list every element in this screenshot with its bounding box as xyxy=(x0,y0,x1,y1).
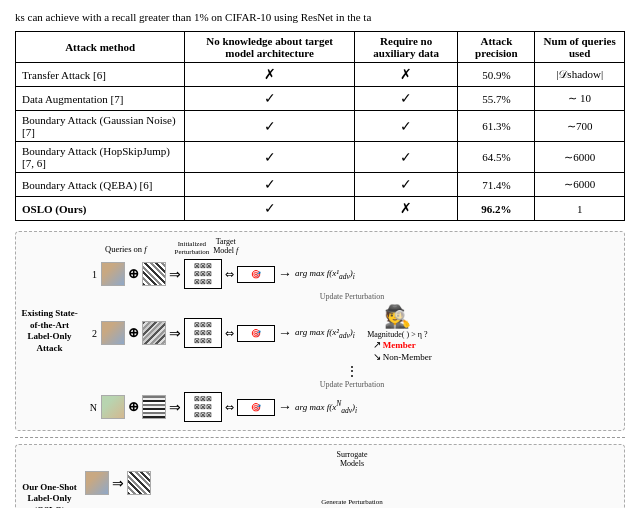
precision-cell: 55.7% xyxy=(458,87,535,111)
no-knowledge-cell: ✓ xyxy=(185,142,355,173)
nonmember-label-existing: Non-Member xyxy=(383,352,432,362)
gen-pert-label: Generate Perturbation xyxy=(85,498,619,506)
member-label-existing: Member xyxy=(383,340,416,350)
no-knowledge-cell: ✓ xyxy=(185,87,355,111)
no-aux-cell: ✓ xyxy=(354,142,458,173)
table-row: Boundary Attack (HopSkipJump) [7, 6]✓✓64… xyxy=(16,142,625,173)
model-box-2: ⊠⊠⊠⊠⊠⊠⊠⊠⊠ xyxy=(184,318,222,348)
col-header-no-knowledge: No knowledge about target model architec… xyxy=(185,32,355,63)
diagram-section: Existing State-of-the-ArtLabel-Only Atta… xyxy=(15,231,625,508)
oslo-label: Our One-ShotLabel-Only (OSLO) Attack xyxy=(21,450,81,508)
existing-label: Existing State-of-the-ArtLabel-Only Atta… xyxy=(21,237,81,425)
diagram-row-n: N ⊕ ⇒ ⊠⊠⊠⊠⊠⊠⊠⊠⊠ ⇔ 🎯 → arg max f(x xyxy=(85,392,619,422)
method-cell: Data Augmentation [7] xyxy=(16,87,185,111)
no-aux-cell: ✓ xyxy=(354,173,458,197)
dog-image-n xyxy=(101,395,125,419)
page: ks can achieve with a recall greater tha… xyxy=(0,0,640,508)
target-model-2: 🎯 xyxy=(237,325,275,342)
method-cell: Boundary Attack (Gaussian Noise) [7] xyxy=(16,111,185,142)
dog-image-1 xyxy=(101,262,125,286)
nonmember-outcome: ↘ Non-Member xyxy=(373,351,432,362)
no-knowledge-cell: ✓ xyxy=(185,111,355,142)
init-pert-label: InitializedPerturbation xyxy=(175,240,210,256)
diagram-row-1: 1 ⊕ ⇒ ⊠⊠⊠⊠⊠⊠⊠⊠⊠ ⇔ 🎯 → arg max f(x xyxy=(85,259,619,289)
col-header-method: Attack method xyxy=(16,32,185,63)
oslo-arrow-top: ⇒ xyxy=(112,475,124,492)
oslo-dog-1 xyxy=(85,471,109,495)
col-header-no-aux: Require no auxiliary data xyxy=(354,32,458,63)
arrow-2: ⇒ xyxy=(169,325,181,342)
oslo-attack-area: Our One-ShotLabel-Only (OSLO) Attack Sur… xyxy=(15,444,625,508)
double-arrow-1: ⇔ xyxy=(225,268,234,281)
plus-sym-1: ⊕ xyxy=(128,266,139,282)
update-label-n: Update Perturbation xyxy=(85,380,619,389)
header-text: ks can achieve with a recall greater tha… xyxy=(15,10,625,25)
precision-cell: 61.3% xyxy=(458,111,535,142)
noise-box-1 xyxy=(142,262,166,286)
method-cell: Boundary Attack (QEBA) [6] xyxy=(16,173,185,197)
comparison-table: Attack method No knowledge about target … xyxy=(15,31,625,221)
no-knowledge-cell: ✓ xyxy=(185,197,355,221)
queries-cell: ∼700 xyxy=(535,111,625,142)
row-num-2: 2 xyxy=(85,328,97,339)
argmax-n: arg max f(xNadv)i xyxy=(295,399,357,415)
table-row: Boundary Attack (QEBA) [6]✓✓71.4%∼6000 xyxy=(16,173,625,197)
argmax-2: arg max f(x²adv)i xyxy=(295,327,355,340)
target-model-n: 🎯 xyxy=(237,399,275,416)
table-row: Boundary Attack (Gaussian Noise) [7]✓✓61… xyxy=(16,111,625,142)
precision-cell: 71.4% xyxy=(458,173,535,197)
arrow-1: ⇒ xyxy=(169,266,181,283)
model-box-n: ⊠⊠⊠⊠⊠⊠⊠⊠⊠ xyxy=(184,392,222,422)
noise-box-n xyxy=(142,395,166,419)
no-aux-cell: ✓ xyxy=(354,87,458,111)
no-knowledge-cell: ✗ xyxy=(185,63,355,87)
diagram-row-2: 2 ⊕ ⇒ ⊠⊠⊠⊠⊠⊠⊠⊠⊠ ⇔ 🎯 → arg max f(x xyxy=(85,304,619,362)
no-aux-cell: ✗ xyxy=(354,63,458,87)
no-aux-cell: ✗ xyxy=(354,197,458,221)
precision-cell: 96.2% xyxy=(458,197,535,221)
dots: ⋮ xyxy=(85,365,619,379)
table-row: Data Augmentation [7]✓✓55.7%∼ 10 xyxy=(16,87,625,111)
no-aux-cell: ✓ xyxy=(354,111,458,142)
col-header-precision: Attack precision xyxy=(458,32,535,63)
method-cell: Boundary Attack (HopSkipJump) [7, 6] xyxy=(16,142,185,173)
plus-sym-n: ⊕ xyxy=(128,399,139,415)
right-arrow-1: → xyxy=(278,266,292,282)
right-arrow-2: → xyxy=(278,325,292,341)
row-num-n: N xyxy=(85,402,97,413)
plus-sym-2: ⊕ xyxy=(128,325,139,341)
yes-arrow: ↗ xyxy=(373,339,381,350)
existing-right-col: Queries on f InitializedPerturbation Tar… xyxy=(85,237,619,425)
oslo-row-top: ⇒ xyxy=(85,471,619,495)
double-arrow-n: ⇔ xyxy=(225,401,234,414)
member-outcome: ↗ Member xyxy=(373,339,432,350)
existing-attack-area: Existing State-of-the-ArtLabel-Only Atta… xyxy=(15,231,625,431)
arrow-n: ⇒ xyxy=(169,399,181,416)
queries-cell: 1 xyxy=(535,197,625,221)
target-model-1: 🎯 xyxy=(237,266,275,283)
precision-cell: 64.5% xyxy=(458,142,535,173)
queries-label: Queries on f xyxy=(105,244,147,254)
precision-cell: 50.9% xyxy=(458,63,535,87)
oslo-right-col: SurrogateModels ⇒ Generate Perturbation … xyxy=(85,450,619,508)
col-header-queries: Num of queries used xyxy=(535,32,625,63)
table-section: Attack method No knowledge about target … xyxy=(15,31,625,221)
method-cell: OSLO (Ours) xyxy=(16,197,185,221)
model-box-1: ⊠⊠⊠⊠⊠⊠⊠⊠⊠ xyxy=(184,259,222,289)
table-row: OSLO (Ours)✓✗96.2%1 xyxy=(16,197,625,221)
no-knowledge-cell: ✓ xyxy=(185,173,355,197)
surrogate-label: SurrogateModels xyxy=(85,450,619,468)
row-num-1: 1 xyxy=(85,269,97,280)
queries-cell: |𝒟shadow| xyxy=(535,63,625,87)
section-divider xyxy=(15,437,625,438)
magnitude-label: Magnitude( ) > η ? xyxy=(367,330,427,339)
table-row: Transfer Attack [6]✗✗50.9%|𝒟shadow| xyxy=(16,63,625,87)
oslo-noise-top xyxy=(127,471,151,495)
queries-cell: ∼ 10 xyxy=(535,87,625,111)
right-arrow-n: → xyxy=(278,399,292,415)
method-cell: Transfer Attack [6] xyxy=(16,63,185,87)
double-arrow-2: ⇔ xyxy=(225,327,234,340)
hacker-icon-existing: 🕵 xyxy=(384,304,411,330)
dog-image-2 xyxy=(101,321,125,345)
argmax-1: arg max f(x¹adv)i xyxy=(295,268,355,281)
